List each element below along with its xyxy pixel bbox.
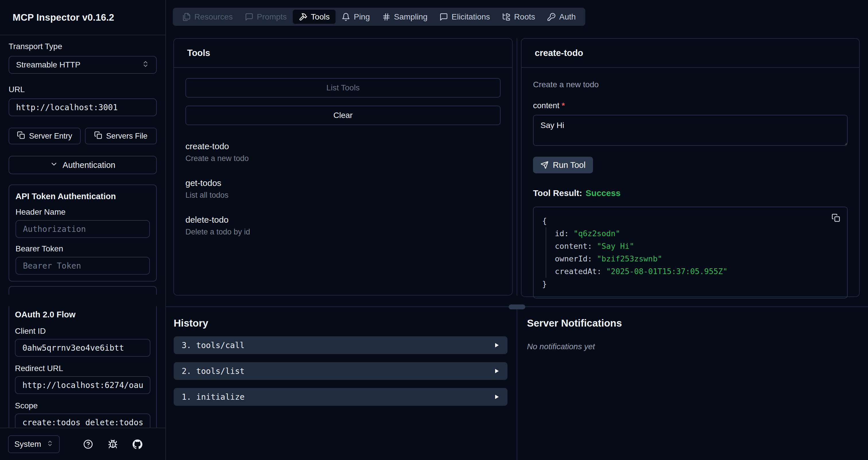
help-circle-icon	[83, 439, 93, 449]
tab-roots-label: Roots	[514, 12, 535, 22]
client-id-input[interactable]	[22, 343, 143, 353]
json-close-brace: }	[542, 278, 838, 290]
json-value: "Say Hi"	[597, 242, 634, 251]
tool-detail-title: create-todo	[535, 48, 583, 58]
tab-bar: Resources Prompts Tools Ping Sampling El…	[173, 8, 585, 26]
tool-result-line: Tool Result:Success	[533, 188, 848, 198]
json-line-createdAt: createdAt: "2025-08-01T15:37:05.955Z"	[555, 265, 838, 278]
json-line-content: content: "Say Hi"	[555, 240, 838, 253]
redirect-url-label: Redirect URL	[15, 364, 150, 373]
message-square-icon	[439, 12, 448, 21]
tool-detail-description: Create a new todo	[533, 80, 848, 90]
scope-label: Scope	[15, 401, 150, 410]
message-square-icon	[245, 12, 253, 21]
clear-button[interactable]: Clear	[185, 106, 501, 125]
content-field-label-text: content	[533, 101, 559, 110]
copy-icon	[94, 131, 102, 141]
api-token-title: API Token Authentication	[16, 191, 150, 201]
tool-list-item-delete-todo[interactable]: delete-todo Delete a todo by id	[185, 215, 501, 236]
header-name-input-wrap	[16, 220, 150, 238]
tool-detail-panel: create-todo Create a new todo content* S…	[521, 38, 860, 297]
tool-description: List all todos	[185, 191, 501, 200]
history-row-tools-list[interactable]: 2. tools/list	[174, 362, 507, 380]
tab-sampling[interactable]: Sampling	[376, 10, 434, 24]
scope-input[interactable]	[22, 418, 143, 427]
authentication-toggle-label: Authentication	[63, 160, 115, 170]
bearer-token-label: Bearer Token	[16, 244, 150, 253]
history-row-tools-call[interactable]: 3. tools/call	[174, 336, 507, 354]
tab-prompts-label: Prompts	[257, 12, 287, 22]
redirect-url-input[interactable]	[22, 381, 143, 390]
tab-prompts[interactable]: Prompts	[239, 10, 293, 24]
url-label: URL	[9, 85, 157, 94]
server-entry-button[interactable]: Server Entry	[9, 128, 81, 144]
hash-icon	[382, 12, 391, 21]
tool-list: create-todo Create a new todo get-todos …	[185, 141, 501, 236]
servers-file-label: Servers File	[106, 132, 148, 141]
tool-result-label: Tool Result:	[533, 188, 582, 198]
copy-result-button[interactable]	[832, 213, 840, 223]
tab-auth-label: Auth	[559, 12, 576, 22]
authentication-toggle[interactable]: Authentication	[9, 156, 157, 174]
history-row-label: 3. tools/call	[182, 341, 245, 350]
server-notifications-title: Server Notifications	[527, 317, 868, 329]
json-line-id: id: "q6z2sodn"	[555, 227, 838, 240]
history-row-label: 1. initialize	[182, 392, 245, 402]
history-row-label: 2. tools/list	[182, 366, 245, 376]
json-key: content:	[555, 242, 592, 251]
github-button[interactable]	[133, 439, 143, 449]
copy-icon	[17, 131, 25, 141]
api-token-card: API Token Authentication Header Name Bea…	[9, 185, 157, 282]
resizer-handle[interactable]	[508, 304, 525, 309]
tool-description: Delete a todo by id	[185, 227, 501, 236]
tab-sampling-label: Sampling	[394, 12, 428, 22]
app-title: MCP Inspector v0.16.2	[12, 12, 114, 23]
list-tools-button[interactable]: List Tools	[185, 78, 501, 98]
header-name-input[interactable]	[23, 224, 143, 234]
debug-button[interactable]	[108, 439, 118, 449]
run-tool-button[interactable]: Run Tool	[533, 157, 593, 173]
server-notifications-pane: Server Notifications No notifications ye…	[517, 307, 868, 460]
expand-arrow-icon	[494, 368, 499, 374]
tool-detail-header: create-todo	[522, 39, 859, 68]
scope-input-wrap	[15, 414, 150, 428]
footer-icons	[68, 439, 157, 449]
tool-result-json: { id: "q6z2sodn" content: "Say Hi" owner…	[533, 207, 848, 298]
chevrons-up-down-icon	[142, 60, 149, 70]
servers-file-button[interactable]: Servers File	[85, 128, 157, 144]
redirect-url-input-wrap	[15, 376, 150, 394]
history-pane: History 3. tools/call 2. tools/list 1. i…	[166, 307, 517, 460]
tab-elicitations[interactable]: Elicitations	[433, 10, 496, 24]
url-input[interactable]	[16, 103, 149, 112]
tab-roots[interactable]: Roots	[496, 10, 541, 24]
tool-result-status: Success	[586, 188, 621, 198]
transport-type-select[interactable]: Streamable HTTP	[9, 56, 157, 74]
horizontal-resizer[interactable]	[166, 306, 868, 307]
notifications-empty-message: No notifications yet	[527, 342, 868, 351]
json-value: "q6z2sodn"	[574, 229, 620, 238]
tab-elicitations-label: Elicitations	[452, 12, 490, 22]
bearer-token-input[interactable]	[23, 261, 143, 271]
json-key: id:	[555, 229, 569, 238]
top-panels: Tools List Tools Clear create-todo Creat…	[174, 38, 860, 297]
theme-select[interactable]: System	[8, 435, 60, 453]
history-list: 3. tools/call 2. tools/list 1. initializ…	[174, 336, 507, 406]
json-open-brace: {	[542, 215, 838, 227]
tab-ping[interactable]: Ping	[336, 10, 376, 24]
tab-resources-label: Resources	[194, 12, 233, 22]
help-button[interactable]	[83, 439, 93, 449]
sidebar-config-area: Transport Type Streamable HTTP URL Serve…	[0, 35, 165, 428]
github-icon	[133, 439, 143, 449]
tool-list-item-get-todos[interactable]: get-todos List all todos	[185, 178, 501, 200]
transport-type-label: Transport Type	[9, 42, 157, 52]
json-value: "bzif253zswnb"	[597, 254, 662, 263]
json-line-ownerId: ownerId: "bzif253zswnb"	[555, 253, 838, 265]
tool-list-item-create-todo[interactable]: create-todo Create a new todo	[185, 141, 501, 163]
history-row-initialize[interactable]: 1. initialize	[174, 388, 507, 406]
tab-resources[interactable]: Resources	[176, 10, 239, 24]
tab-tools[interactable]: Tools	[293, 10, 336, 24]
client-id-label: Client ID	[15, 327, 150, 335]
content-textarea[interactable]: Say Hi	[533, 115, 848, 146]
tab-auth[interactable]: Auth	[541, 10, 582, 24]
send-icon	[540, 161, 549, 169]
